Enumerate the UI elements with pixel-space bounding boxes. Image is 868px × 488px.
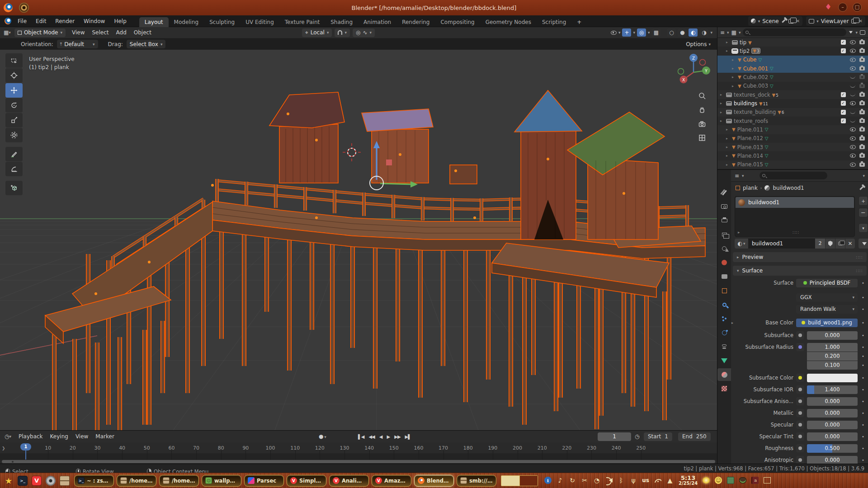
transport-button-4[interactable]: ▶▶ xyxy=(392,434,402,439)
new-viewlayer-icon[interactable] xyxy=(851,19,857,23)
outliner-row-Plane.015[interactable]: ▸▼Plane.015▽ xyxy=(717,160,868,169)
disclosure-icon[interactable]: ▸ xyxy=(732,75,736,79)
value-slider[interactable]: 1.000 xyxy=(807,343,858,352)
exclude-checkbox[interactable]: ✓ xyxy=(841,101,846,106)
properties-tab-particles[interactable] xyxy=(717,312,731,325)
disclosure-icon[interactable]: ▸ xyxy=(732,66,736,70)
workspace-tab-rendering[interactable]: Rendering xyxy=(396,17,435,27)
disclosure-icon[interactable]: ▸ xyxy=(720,93,724,97)
shading-wireframe-button[interactable]: ○ xyxy=(667,28,676,37)
disclosure-icon[interactable]: ▸ xyxy=(726,40,730,44)
eye-open-icon[interactable] xyxy=(850,127,856,131)
workspace-tab-layout[interactable]: Layout xyxy=(139,17,169,27)
maximize-button[interactable]: □ xyxy=(853,3,862,12)
eye-closed-icon[interactable] xyxy=(850,93,855,96)
input-socket-toggle[interactable] xyxy=(796,343,804,351)
close-scene-icon[interactable]: ✕ xyxy=(796,19,800,23)
animate-decorator-dot[interactable]: • xyxy=(860,434,866,439)
render-visibility-icon[interactable] xyxy=(859,75,865,79)
material-users-count[interactable]: 2 xyxy=(815,239,825,249)
badge-button[interactable]: ♦ xyxy=(824,3,833,12)
animate-decorator-dot[interactable]: • xyxy=(860,281,866,286)
editor-type-icon[interactable]: ▦ xyxy=(4,29,9,36)
input-socket-toggle[interactable] xyxy=(796,421,804,429)
timeline-menu-playback[interactable]: Playback xyxy=(15,433,47,440)
value-slider[interactable]: 0.500 xyxy=(807,444,858,453)
animate-decorator-dot[interactable]: • xyxy=(860,422,866,427)
timeline-menu-view[interactable]: View xyxy=(72,433,92,440)
eye-open-icon[interactable] xyxy=(850,40,856,44)
menu-window[interactable]: Window xyxy=(79,15,109,27)
enum-dropdown[interactable]: GGX▾ xyxy=(796,293,858,302)
preview-panel-header[interactable]: ▸Preview∷∷ xyxy=(733,252,867,262)
gizmos-toggle[interactable]: + xyxy=(622,28,631,37)
annotate-tool[interactable] xyxy=(5,147,23,161)
taskbar-window-6[interactable]: VAnalieSt... xyxy=(329,475,369,487)
material-name-field[interactable]: buildwood1 xyxy=(748,239,815,249)
input-socket-toggle[interactable] xyxy=(796,444,804,452)
input-socket-toggle[interactable] xyxy=(796,385,804,394)
eye-open-icon[interactable] xyxy=(850,136,856,141)
properties-editor-icon[interactable]: ≡ xyxy=(735,173,739,179)
render-visibility-icon[interactable] xyxy=(859,66,865,70)
properties-tab-world[interactable] xyxy=(717,256,731,269)
disclosure-icon[interactable]: ▸ xyxy=(726,127,730,131)
timeline-editor-icon[interactable]: ◷ xyxy=(5,433,9,440)
exclude-checkbox[interactable]: ✓ xyxy=(841,110,846,115)
perspective-switch-icon[interactable] xyxy=(698,134,706,142)
disclosure-icon[interactable]: ▸ xyxy=(726,136,730,141)
timeline-scrollbar[interactable] xyxy=(2,460,715,463)
tray-bluetooth-icon[interactable]: ᛒ xyxy=(618,476,625,484)
surface-panel-header[interactable]: ▾Surface∷∷ xyxy=(733,266,867,276)
enum-dropdown[interactable]: Random Walk▾ xyxy=(796,305,858,314)
eye-closed-icon[interactable] xyxy=(850,84,855,88)
menu-render[interactable]: Render xyxy=(51,15,79,27)
material-slot-list[interactable]: buildwood1 ▸∷∷ xyxy=(735,196,855,237)
disclosure-icon[interactable]: ▸ xyxy=(732,58,736,62)
eye-open-icon[interactable] xyxy=(850,163,856,167)
frame-start-field[interactable]: Start1 xyxy=(644,432,672,441)
transport-button-1[interactable]: ◀◀ xyxy=(366,434,377,439)
material-link-filter[interactable]: ▾ xyxy=(859,239,868,249)
input-socket-toggle[interactable] xyxy=(796,432,804,441)
material-slot-active[interactable]: buildwood1 xyxy=(736,197,854,208)
snapping-toggle[interactable]: ▾ xyxy=(335,28,350,37)
render-visibility-icon[interactable] xyxy=(859,84,865,88)
workspace-tab-texture-paint[interactable]: Texture Paint xyxy=(279,17,325,27)
fake-user-button[interactable] xyxy=(825,239,835,249)
outliner-row-buildings[interactable]: ▸buildings▼11✓ xyxy=(717,99,868,108)
menu-edit[interactable]: Edit xyxy=(31,15,51,27)
color-swatch[interactable] xyxy=(807,374,858,382)
outliner-display-mode-icon[interactable]: ≡ xyxy=(720,29,725,36)
menu-file[interactable]: File xyxy=(13,15,31,27)
copy-material-button[interactable] xyxy=(835,239,845,249)
use-preview-range-icon[interactable]: ◷ xyxy=(635,433,639,440)
axis-neg-y-handle[interactable] xyxy=(678,69,684,75)
disclosure-icon[interactable]: ▸ xyxy=(720,110,724,114)
animate-decorator-dot[interactable]: • xyxy=(860,363,866,368)
animate-decorator-dot[interactable]: • xyxy=(860,295,866,300)
playhead-badge[interactable]: 1 xyxy=(20,443,31,450)
eye-open-icon[interactable] xyxy=(850,145,856,149)
current-frame-field[interactable]: 1 xyxy=(598,432,631,441)
tray-music-player-icon[interactable]: ♪ xyxy=(557,476,564,484)
outliner-row-texture_roofs[interactable]: ▸texture_roofs✓ xyxy=(717,117,868,125)
menu-help[interactable]: Help xyxy=(109,15,131,27)
animate-decorator-dot[interactable]: • xyxy=(860,333,866,338)
outliner-row-Plane.012[interactable]: ▸▼Plane.012▽ xyxy=(717,134,868,143)
taskbar-window-5[interactable]: VSimple ... xyxy=(287,475,326,487)
transport-button-3[interactable]: ▶ xyxy=(384,434,392,439)
texture-field[interactable]: build_wood1.png xyxy=(796,319,858,327)
outliner-row-Plane.014[interactable]: ▸▼Plane.014▽ xyxy=(717,151,868,160)
timeline-menu-marker[interactable]: Marker xyxy=(92,433,118,440)
timeline-ruler[interactable]: ❯ 10203040506070809010011012013014015016… xyxy=(0,442,717,453)
taskbar-window-9[interactable]: smb://a... xyxy=(457,475,496,487)
disclosure-icon[interactable]: ▸ xyxy=(720,101,724,105)
slot-specials-button[interactable]: ▾ xyxy=(859,223,868,233)
render-visibility-icon[interactable] xyxy=(859,58,865,62)
outliner-row-texture_building[interactable]: ▸texture_building▼6✓ xyxy=(717,108,868,117)
value-slider[interactable]: 0.200 xyxy=(807,352,858,361)
render-visibility-icon[interactable] xyxy=(859,110,865,114)
workspace-pager[interactable] xyxy=(501,475,538,486)
outliner-search-input[interactable] xyxy=(743,28,846,36)
